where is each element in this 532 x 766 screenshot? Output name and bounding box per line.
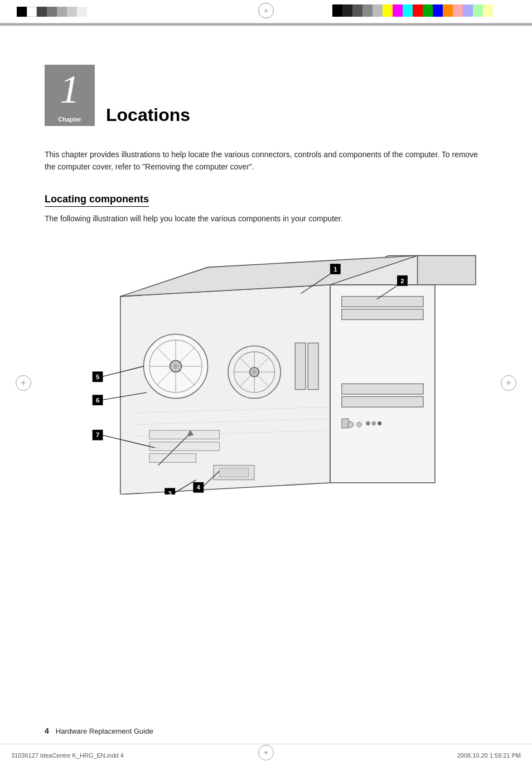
bottom-bar: 31036127 IdeaCentre K_HRG_EN.indd 4 2008… xyxy=(0,744,532,766)
cs-blue xyxy=(433,4,443,17)
svg-rect-29 xyxy=(295,343,306,390)
color-block-gray4 xyxy=(67,7,77,17)
cs-lavender xyxy=(463,4,473,17)
color-block-gray2 xyxy=(47,7,57,17)
cs-lightgray xyxy=(373,4,383,17)
component-diagram: 1 2 5 6 7 4 3 xyxy=(45,238,487,494)
cs-pink xyxy=(453,4,463,17)
cs-orange xyxy=(443,4,453,17)
page-footer: 4 Hardware Replacement Guide xyxy=(45,726,487,735)
section-description: The following illustration will help you… xyxy=(45,212,487,225)
cs-dark1 xyxy=(342,4,352,17)
svg-rect-34 xyxy=(149,430,219,439)
left-color-blocks xyxy=(17,7,87,17)
svg-point-9 xyxy=(372,421,375,425)
svg-rect-2 xyxy=(342,309,423,320)
footer-left: 4 Hardware Replacement Guide xyxy=(45,726,153,735)
chapter-box: 1 Chapter xyxy=(45,65,95,126)
cs-green xyxy=(423,4,433,17)
section-heading: Locating components xyxy=(45,193,149,207)
bottom-file-info: 31036127 IdeaCentre K_HRG_EN.indd 4 xyxy=(11,752,124,759)
svg-text:4: 4 xyxy=(197,484,201,491)
svg-point-7 xyxy=(357,422,361,426)
chapter-title: Locations xyxy=(106,106,190,126)
main-content: 1 Chapter Locations This chapter provide… xyxy=(0,26,532,550)
chapter-header: 1 Chapter Locations xyxy=(45,65,487,126)
chapter-label: Chapter xyxy=(58,116,81,123)
svg-rect-3 xyxy=(342,384,423,395)
page-number: 4 xyxy=(45,726,49,735)
svg-point-6 xyxy=(347,421,353,427)
color-block-gray1 xyxy=(37,7,47,17)
cs-black xyxy=(332,4,342,17)
cs-red xyxy=(413,4,423,17)
cs-mint xyxy=(473,4,483,17)
cs-lightyellow xyxy=(483,4,493,17)
svg-text:7: 7 xyxy=(96,432,99,439)
svg-point-10 xyxy=(378,421,381,425)
diagram-svg: 1 2 5 6 7 4 3 xyxy=(45,238,487,494)
svg-rect-35 xyxy=(149,442,219,451)
top-center-reg-mark: + xyxy=(258,3,274,18)
svg-text:6: 6 xyxy=(96,397,99,404)
svg-text:3: 3 xyxy=(168,490,171,494)
cs-magenta xyxy=(393,4,403,17)
color-block-gray3 xyxy=(57,7,67,17)
svg-rect-4 xyxy=(342,396,423,407)
cs-cyan xyxy=(403,4,413,17)
svg-text:1: 1 xyxy=(333,266,337,273)
top-registration-bar: + xyxy=(0,0,532,23)
cs-gray xyxy=(362,4,373,17)
bottom-date-info: 2008.10.20 1:59:21 PM xyxy=(457,752,521,759)
right-color-strip xyxy=(332,4,493,17)
intro-paragraph: This chapter provides illustrations to h… xyxy=(45,148,487,173)
cs-yellow xyxy=(383,4,393,17)
svg-rect-36 xyxy=(149,454,196,463)
svg-marker-14 xyxy=(418,256,476,285)
cs-dark2 xyxy=(352,4,362,17)
chapter-number: 1 xyxy=(60,69,80,109)
color-block-gray5 xyxy=(77,7,87,17)
svg-point-8 xyxy=(366,421,370,425)
color-block-white xyxy=(27,7,37,17)
color-block-black xyxy=(17,7,27,17)
svg-text:2: 2 xyxy=(400,278,404,284)
svg-rect-40 xyxy=(219,468,248,477)
svg-rect-1 xyxy=(342,297,423,307)
svg-text:5: 5 xyxy=(96,374,100,380)
footer-guide-title: Hardware Replacement Guide xyxy=(56,727,153,735)
svg-rect-30 xyxy=(308,343,318,390)
